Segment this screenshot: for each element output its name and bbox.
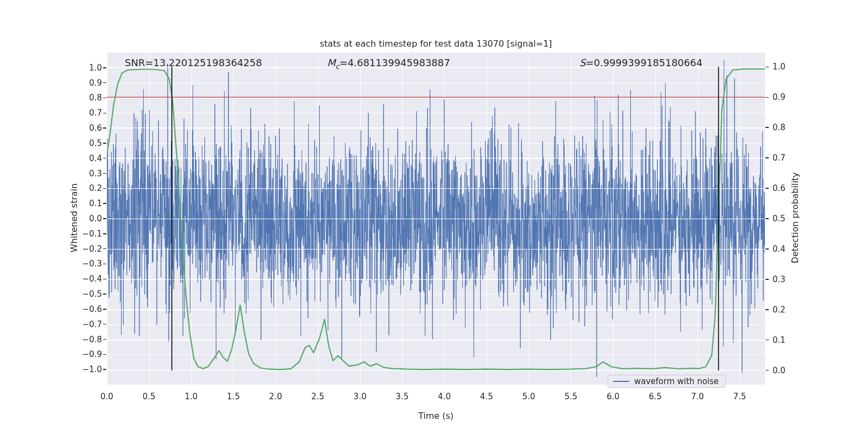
y-tick-label-left: −1.0 xyxy=(74,365,102,374)
y-tick-mark-left xyxy=(103,309,106,309)
y-tick-mark-left xyxy=(103,279,106,279)
y-tick-mark-left xyxy=(103,354,106,355)
y-tick-mark-left xyxy=(103,158,106,158)
x-tick-label: 1.0 xyxy=(181,392,202,401)
x-tick-label: 4.0 xyxy=(433,392,455,401)
x-tick-label: 6.0 xyxy=(602,392,624,401)
y-tick-mark-left xyxy=(103,143,106,143)
y-tick-label-left: 0.3 xyxy=(74,169,102,178)
y-tick-label-right: 0.1 xyxy=(773,335,786,345)
y-tick-mark-right xyxy=(765,67,769,67)
y-axis-label-right: Detection probability xyxy=(790,120,800,316)
annotation-s-score: S=0.9999399185180664 xyxy=(579,57,703,68)
x-tick-label: 1.5 xyxy=(222,392,244,401)
x-tick-label: 0.5 xyxy=(138,392,160,401)
y-tick-mark-right xyxy=(765,188,769,188)
x-tick-label: 4.5 xyxy=(476,392,497,401)
x-tick-label: 7.5 xyxy=(729,392,750,401)
y-tick-mark-right xyxy=(765,340,769,340)
y-tick-label-left: −0.3 xyxy=(74,259,102,269)
y-tick-mark-left xyxy=(103,293,106,294)
x-axis-label: Time (s) xyxy=(107,411,765,421)
y-tick-mark-left xyxy=(103,67,106,68)
y-tick-mark-right xyxy=(765,127,769,127)
y-tick-mark-left xyxy=(103,233,106,234)
x-tick-label: 3.5 xyxy=(391,392,413,401)
x-tick-label: 0.0 xyxy=(96,392,118,401)
y-tick-label-left: 0.7 xyxy=(74,108,102,118)
y-tick-mark-left xyxy=(103,264,106,264)
y-tick-mark-left xyxy=(103,113,106,113)
annotation-s-symbol: S xyxy=(579,57,585,68)
y-tick-mark-left xyxy=(103,98,106,98)
chart-title: stats at each timestep for test data 130… xyxy=(107,39,765,49)
y-tick-mark-left xyxy=(103,127,106,128)
y-tick-mark-left xyxy=(103,203,106,203)
x-tick-label: 5.5 xyxy=(560,392,582,401)
y-tick-label-left: 0.2 xyxy=(74,183,102,193)
y-tick-label-left: −0.4 xyxy=(74,274,102,284)
y-tick-mark-right xyxy=(765,309,769,310)
x-tick-label: 5.0 xyxy=(518,392,540,401)
y-tick-label-right: 0.4 xyxy=(773,244,786,254)
y-tick-label-left: 0.9 xyxy=(74,78,102,88)
y-tick-mark-left xyxy=(103,218,106,219)
figure: stats at each timestep for test data 130… xyxy=(0,0,868,434)
y-tick-mark-left xyxy=(103,324,106,324)
annotation-mc-value: =4.681139945983887 xyxy=(340,57,450,68)
annotation-s-value: =0.9999399185180664 xyxy=(585,57,703,68)
y-tick-label-left: −0.8 xyxy=(74,335,102,344)
y-tick-mark-right xyxy=(765,370,769,371)
y-tick-mark-right xyxy=(765,279,769,279)
y-tick-mark-left xyxy=(103,188,106,189)
y-tick-label-left: 0.6 xyxy=(74,123,102,133)
y-tick-label-right: 0.7 xyxy=(773,153,786,163)
x-tick-label: 6.5 xyxy=(644,392,666,401)
y-tick-mark-left xyxy=(103,173,106,174)
y-tick-label-left: 1.0 xyxy=(74,63,102,73)
y-tick-label-right: 0.6 xyxy=(773,183,786,193)
y-tick-label-left: −0.7 xyxy=(74,320,102,329)
annotation-mc-subscript: c xyxy=(336,62,340,71)
y-tick-label-left: 0.5 xyxy=(74,138,102,148)
legend-label: waveform with noise xyxy=(634,376,719,386)
y-tick-label-right: 0.8 xyxy=(773,123,786,132)
y-tick-label-right: 0.0 xyxy=(773,366,786,375)
y-tick-mark-left xyxy=(103,82,106,83)
y-tick-mark-left xyxy=(103,369,106,369)
annotation-snr-text: SNR=13.220125198364258 xyxy=(125,57,262,68)
x-tick-label: 7.0 xyxy=(687,392,709,401)
y-tick-label-left: −0.9 xyxy=(74,349,102,359)
annotation-mc-symbol: M xyxy=(327,57,336,68)
y-tick-label-left: 0.4 xyxy=(74,154,102,163)
annotation-chirp-mass: Mc=4.681139945983887 xyxy=(327,57,450,71)
y-tick-label-right: 1.0 xyxy=(773,62,786,72)
y-tick-mark-left xyxy=(103,248,106,249)
y-tick-mark-right xyxy=(765,97,769,98)
y-tick-label-left: −0.6 xyxy=(74,304,102,314)
annotation-snr: SNR=13.220125198364258 xyxy=(125,57,262,68)
y-tick-mark-right xyxy=(765,157,769,158)
y-tick-label-right: 0.3 xyxy=(773,275,786,284)
y-tick-label-left: −0.2 xyxy=(74,244,102,254)
y-tick-label-left: 0.0 xyxy=(74,214,102,224)
y-tick-mark-left xyxy=(103,339,106,340)
x-tick-label: 3.0 xyxy=(349,392,371,401)
y-tick-label-left: 0.1 xyxy=(74,199,102,208)
y-tick-label-left: 0.8 xyxy=(74,93,102,103)
legend-line-sample xyxy=(613,381,629,382)
legend: waveform with noise xyxy=(608,375,726,388)
y-tick-label-right: 0.5 xyxy=(773,214,786,224)
y-tick-label-right: 0.9 xyxy=(773,92,786,102)
x-tick-label: 2.5 xyxy=(307,392,329,401)
x-tick-label: 2.0 xyxy=(265,392,286,401)
y-tick-label-left: −0.1 xyxy=(74,229,102,239)
y-tick-label-right: 0.2 xyxy=(773,305,786,315)
y-tick-label-left: −0.5 xyxy=(74,289,102,299)
y-tick-mark-right xyxy=(765,218,769,219)
y-tick-mark-right xyxy=(765,248,769,249)
